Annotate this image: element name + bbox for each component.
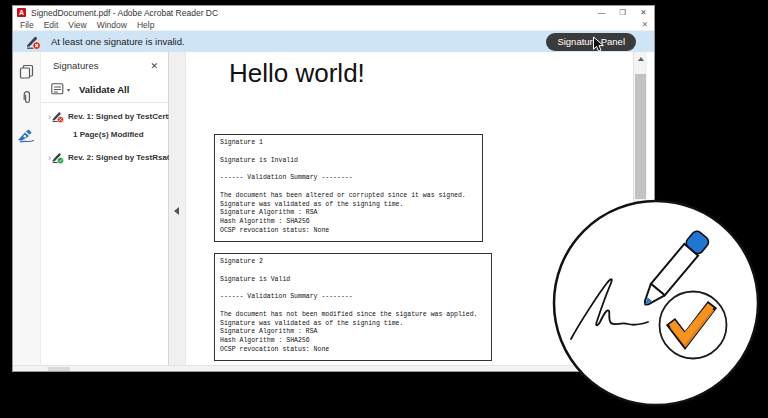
page-thumbnails-icon[interactable] [19, 64, 34, 79]
signature-item-note: 1 Page(s) Modified [48, 130, 164, 139]
signature-item-rev2[interactable]: › Rev. 2: Signed by TestRsaCert [48, 151, 164, 164]
panel-close-icon[interactable]: ✕ [150, 61, 158, 71]
tool-rail [13, 52, 41, 365]
signature-item-rev1[interactable]: › Rev. 1: Signed by TestCertRoot [48, 110, 164, 123]
options-caret-icon[interactable]: ▾ [67, 86, 70, 93]
menu-view[interactable]: View [68, 20, 86, 30]
restore-button[interactable]: ❐ [612, 6, 633, 19]
notification-message: At least one signature is invalid. [51, 36, 185, 47]
signatures-tree: › Rev. 1: Signed by TestCertRoot 1 Page(… [41, 103, 168, 164]
menu-file[interactable]: File [20, 20, 34, 30]
badge-circle [554, 201, 758, 405]
horizontal-scrollbar-thumb[interactable] [48, 367, 70, 371]
panel-edge-strip [169, 52, 186, 365]
signature-field-1[interactable]: Signature 1 Signature is Invalid ------ … [214, 134, 483, 242]
signature-invalid-badge-icon [51, 110, 64, 123]
attachments-icon[interactable] [20, 90, 34, 105]
panel-options-icon[interactable] [51, 83, 64, 95]
signatures-pen-icon[interactable] [17, 128, 36, 143]
menu-edit[interactable]: Edit [44, 20, 59, 30]
validate-all-button[interactable]: Validate All [79, 84, 129, 95]
menu-window[interactable]: Window [97, 20, 127, 30]
close-button[interactable]: ✕ [633, 6, 654, 19]
document-heading: Hello world! [229, 58, 365, 89]
adobe-reader-icon: A [17, 8, 26, 17]
minimize-button[interactable]: — [591, 6, 612, 19]
signature-field-1-text: Signature 1 Signature is Invalid ------ … [215, 135, 482, 240]
window-controls: — ❐ ✕ [591, 6, 654, 19]
signature-valid-badge-icon [51, 151, 64, 164]
menu-bar: File Edit View Window Help ✕ [13, 19, 654, 31]
signature-item-label: Rev. 2: Signed by TestRsaCert [68, 153, 183, 162]
signature-illustration-badge [545, 193, 768, 416]
signature-field-2[interactable]: Signature 2 Signature is Valid ------ Va… [214, 253, 492, 361]
vertical-scrollbar-thumb[interactable] [635, 74, 646, 199]
window-title: SignedDocument.pdf - Adobe Acrobat Reade… [31, 8, 218, 18]
signatures-panel: Signatures ✕ ▾ Validate All › [41, 52, 169, 365]
scroll-up-icon[interactable] [638, 57, 644, 61]
mouse-cursor-icon [592, 36, 606, 54]
signature-field-2-text: Signature 2 Signature is Valid ------ Va… [215, 254, 491, 359]
signatures-toolbar: ▾ Validate All [41, 77, 168, 103]
signatures-panel-title: Signatures [53, 60, 98, 71]
signatures-panel-header: Signatures ✕ [41, 52, 168, 77]
menu-help[interactable]: Help [137, 20, 154, 30]
collapse-panel-icon[interactable] [174, 207, 179, 215]
notification-bar: At least one signature is invalid. Signa… [13, 31, 654, 52]
document-close-icon[interactable]: ✕ [642, 20, 648, 29]
title-bar: A SignedDocument.pdf - Adobe Acrobat Rea… [13, 6, 654, 19]
stage: A SignedDocument.pdf - Adobe Acrobat Rea… [0, 0, 768, 418]
signature-invalid-icon [25, 34, 41, 50]
